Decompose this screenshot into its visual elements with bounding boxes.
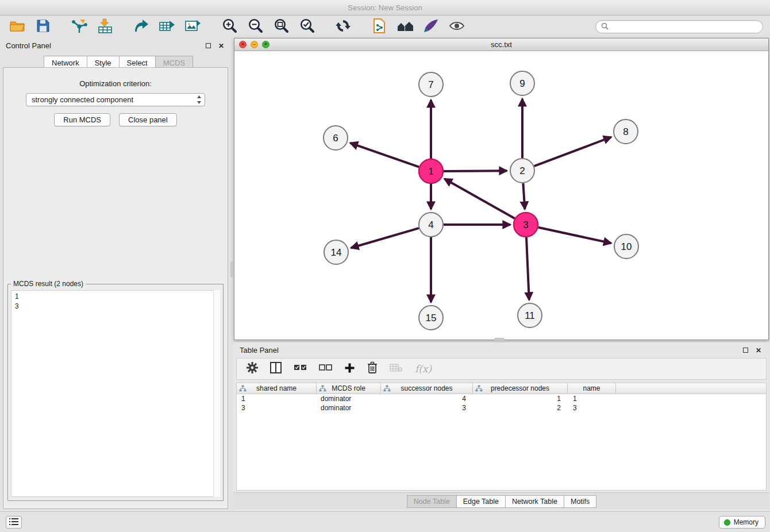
node-7[interactable]: 7 bbox=[419, 72, 443, 97]
table-close-button[interactable]: ✕ bbox=[754, 346, 763, 355]
table-cell[interactable]: 3 bbox=[568, 404, 616, 412]
window-close-button[interactable]: × bbox=[239, 41, 247, 48]
edge-3-10[interactable] bbox=[538, 228, 611, 244]
memory-button[interactable]: Memory bbox=[719, 516, 765, 529]
table-settings-button[interactable] bbox=[247, 362, 258, 376]
horizontal-splitter-handle[interactable] bbox=[494, 338, 505, 341]
plus-icon bbox=[344, 365, 355, 375]
column-header-predecessor-nodes[interactable]: predecessor nodes bbox=[473, 383, 568, 394]
table-cell[interactable]: 1 bbox=[237, 395, 317, 403]
table-cell[interactable]: 3 bbox=[237, 404, 317, 412]
function-builder-button[interactable]: f(x) bbox=[415, 363, 432, 375]
show-hide-button[interactable] bbox=[446, 18, 467, 36]
mcds-result-text[interactable]: 13 bbox=[11, 290, 220, 497]
edge-4-14[interactable] bbox=[351, 228, 419, 248]
tab-node-table[interactable]: Node Table bbox=[407, 495, 457, 508]
control-panel: Control Panel ✕ Network Style Select MCD… bbox=[0, 38, 232, 511]
close-panel-button-mcds[interactable]: Close panel bbox=[119, 113, 177, 126]
table-row[interactable]: 3dominator323 bbox=[237, 403, 766, 413]
zoom-selected-button[interactable] bbox=[297, 18, 317, 36]
table-header-row: shared name MCDS role successor nodes pr… bbox=[237, 383, 766, 394]
column-header-shared-name[interactable]: shared name bbox=[237, 383, 317, 394]
networks-home-button[interactable] bbox=[395, 18, 415, 36]
result-scrollbar[interactable] bbox=[213, 290, 220, 497]
node-3[interactable]: 3 bbox=[514, 213, 538, 237]
zoom-out-button[interactable] bbox=[245, 18, 265, 36]
export-network-button[interactable] bbox=[131, 18, 152, 36]
column-header-name[interactable]: name bbox=[568, 383, 616, 394]
style-brush-icon bbox=[424, 19, 438, 35]
show-columns-button[interactable] bbox=[270, 362, 282, 376]
node-15[interactable]: 15 bbox=[419, 306, 443, 330]
svg-text:7: 7 bbox=[428, 79, 433, 90]
node-2[interactable]: 2 bbox=[510, 159, 534, 183]
export-image-button[interactable] bbox=[183, 18, 203, 36]
node-6[interactable]: 6 bbox=[324, 126, 348, 150]
refresh-button[interactable] bbox=[333, 18, 353, 36]
panel-splitter-handle[interactable] bbox=[230, 261, 233, 277]
network-window-titlebar[interactable]: × – + scc.txt bbox=[234, 38, 768, 51]
edge-2-3[interactable] bbox=[523, 183, 525, 209]
edge-3-11[interactable] bbox=[526, 237, 529, 300]
zoom-fit-button[interactable] bbox=[271, 18, 291, 36]
search-box[interactable] bbox=[595, 20, 763, 33]
delete-column-icon bbox=[390, 364, 403, 374]
window-minimize-button[interactable]: – bbox=[251, 41, 258, 48]
network-view-window: × – + scc.txt 7968124314101511 bbox=[234, 38, 769, 340]
table-panel-title: Table Panel bbox=[240, 346, 737, 354]
table-cell[interactable]: dominator bbox=[317, 395, 381, 403]
save-session-button[interactable] bbox=[33, 18, 53, 36]
export-table-button[interactable] bbox=[157, 18, 178, 36]
document-share-button[interactable] bbox=[369, 18, 390, 36]
tab-edge-table[interactable]: Edge Table bbox=[456, 495, 506, 508]
network-window-title: scc.txt bbox=[491, 40, 512, 49]
node-8[interactable]: 8 bbox=[614, 119, 638, 144]
delete-rows-button[interactable] bbox=[367, 361, 378, 376]
tab-motifs[interactable]: Motifs bbox=[564, 495, 596, 508]
table-tabs: Node Table Edge Table Network Table Moti… bbox=[234, 492, 769, 510]
table-cell[interactable]: 1 bbox=[568, 395, 616, 403]
node-9[interactable]: 9 bbox=[510, 71, 534, 95]
column-header-mcds-role[interactable]: MCDS role bbox=[317, 383, 381, 394]
edge-3-1[interactable] bbox=[445, 179, 515, 218]
table-row[interactable]: 1dominator411 bbox=[237, 394, 766, 403]
import-table-button[interactable] bbox=[95, 18, 116, 36]
style-brush-button[interactable] bbox=[421, 18, 441, 36]
checked-boxes-icon bbox=[294, 364, 307, 373]
edge-2-8[interactable] bbox=[534, 137, 611, 167]
svg-text:3: 3 bbox=[523, 219, 528, 230]
table-cell[interactable]: 1 bbox=[473, 395, 568, 403]
node-10[interactable]: 10 bbox=[614, 234, 638, 259]
open-session-button[interactable] bbox=[7, 18, 28, 36]
node-11[interactable]: 11 bbox=[518, 303, 542, 327]
network-canvas[interactable]: 7968124314101511 bbox=[234, 51, 768, 340]
panel-toggle-button[interactable] bbox=[6, 516, 22, 529]
edge-1-6[interactable] bbox=[351, 143, 419, 167]
close-panel-button[interactable]: ✕ bbox=[217, 41, 226, 51]
window-titlebar[interactable]: Session: New Session bbox=[0, 0, 770, 16]
tab-network-table[interactable]: Network Table bbox=[505, 495, 564, 508]
criterion-select[interactable]: strongly connected component bbox=[26, 93, 205, 106]
search-icon bbox=[601, 22, 609, 32]
zoom-in-button[interactable] bbox=[219, 18, 240, 36]
node-1[interactable]: 1 bbox=[419, 159, 443, 183]
table-cell[interactable]: 2 bbox=[473, 404, 568, 412]
delete-column-button[interactable] bbox=[390, 363, 403, 375]
node-4[interactable]: 4 bbox=[419, 213, 443, 237]
table-float-button[interactable] bbox=[741, 346, 750, 355]
create-column-button[interactable] bbox=[344, 363, 355, 376]
unselect-all-button[interactable] bbox=[319, 364, 332, 374]
float-panel-button[interactable] bbox=[203, 41, 213, 51]
column-header-successor-nodes[interactable]: successor nodes bbox=[381, 383, 473, 394]
select-all-button[interactable] bbox=[294, 364, 307, 374]
node-14[interactable]: 14 bbox=[324, 240, 348, 264]
search-input[interactable] bbox=[612, 23, 757, 31]
run-mcds-button[interactable]: Run MCDS bbox=[54, 113, 110, 126]
table-cell[interactable]: 3 bbox=[381, 404, 473, 412]
edge-1-2[interactable] bbox=[444, 171, 507, 171]
import-network-button[interactable] bbox=[69, 18, 90, 36]
gear-icon bbox=[247, 365, 258, 375]
table-cell[interactable]: 4 bbox=[381, 395, 473, 403]
table-cell[interactable]: dominator bbox=[317, 404, 381, 412]
window-zoom-button[interactable]: + bbox=[262, 41, 270, 48]
